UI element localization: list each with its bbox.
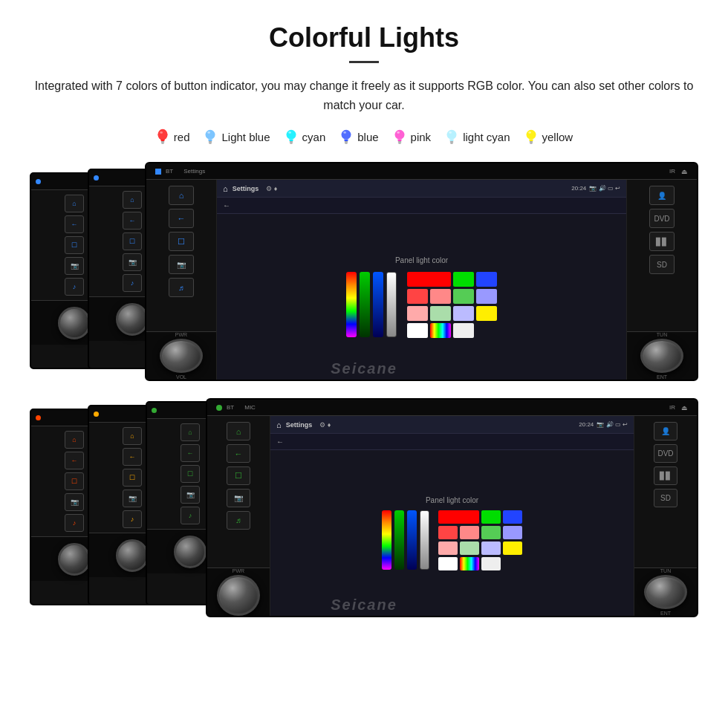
cg-pink-b[interactable] [460,526,479,539]
svg-rect-15 [345,143,348,144]
cg-yellow[interactable] [476,306,497,321]
left-panel-top: ⌂ ← ☐ 📷 ♬ PWR VOL [146,180,217,380]
cg-lightblue-b[interactable] [503,526,522,539]
screen-icons-right-b: 📷 🔊 ▭ ↩ [597,421,628,428]
blue-slider-b[interactable] [407,510,417,570]
behind-btn-camera-3: 📷 [65,493,84,511]
right-btn-person[interactable]: 👤 [649,186,675,205]
eject-icon-b: ⏏ [681,404,688,412]
pwr-label: PWR [175,332,187,337]
right-btn-dvd-b[interactable]: DVD [654,444,677,463]
cg-white-b[interactable] [438,557,458,570]
cg-nearwhite-b[interactable] [481,557,501,570]
color-picker-row-b [382,510,522,570]
right-btn-dvd[interactable]: DVD [649,209,675,228]
cg-palerose-b[interactable] [438,542,458,555]
left-btn-camera[interactable]: 📷 [169,255,194,274]
home-icon-screen: ⌂ [223,184,228,193]
cg-palegreen-b[interactable] [460,542,479,555]
bulb-red-icon [155,128,170,146]
left-btn-camera-b[interactable]: 📷 [227,489,250,507]
cg-nearwhite[interactable] [453,323,474,338]
left-knob[interactable] [160,339,203,373]
right-panel-bottom: 👤 DVD ▊▊ SD TUN ENT [634,416,697,616]
right-btn-sd-b[interactable]: SD [654,489,677,507]
cg-green-b[interactable] [481,510,501,524]
bulb-pink-icon [392,128,407,146]
left-btn-home-b[interactable]: ⌂ [227,422,250,440]
cg-blue[interactable] [476,272,497,287]
cg-periwinkle[interactable] [453,306,474,321]
green-slider[interactable] [360,272,370,337]
bt-label: BT [166,168,173,175]
cg-green[interactable] [453,272,474,287]
right-btn-sd[interactable]: SD [649,255,675,274]
behind-btn-camera-1: 📷 [65,257,84,275]
left-btn-media-b[interactable]: ♬ [227,511,250,530]
screen-time: 20:24 [571,185,586,192]
cg-red-wide-b[interactable] [438,510,479,524]
left-btn-square-b[interactable]: ☐ [227,466,250,485]
cg-lightred-b[interactable] [438,526,458,539]
right-btn-eq-b[interactable]: ▊▊ [654,466,677,485]
blue-slider[interactable] [373,272,383,337]
color-item-blue: blue [339,128,378,146]
page-wrapper: Colorful Lights Integrated with 7 colors… [0,0,728,636]
behind-btn-android-5: ☐ [181,465,200,483]
white-slider-b[interactable] [420,510,429,570]
cg-medgreen[interactable] [453,289,474,304]
cg-pink[interactable] [430,289,451,304]
left-btn-back-b[interactable]: ← [227,444,250,463]
right-knob[interactable] [640,339,683,373]
hue-slider-b[interactable] [382,510,391,570]
ent-label: ENT [657,374,667,380]
mic-label: Settings [183,168,205,175]
center-screen-bottom: ⌂ Settings ⚙ ♦ 20:24 📷 🔊 ▭ ↩ ← Panel lig… [270,416,634,616]
cg-blue-b[interactable] [503,510,522,524]
white-slider[interactable] [386,272,397,337]
left-knob-b[interactable] [217,575,260,616]
svg-rect-27 [530,143,533,144]
bottom-unit-top-strip: BT MIC IR ⏏ [207,400,697,416]
page-description: Integrated with 7 colors of button indic… [30,77,698,114]
left-panel-bottom: ⌂ ← ☐ 📷 ♬ PWR [207,416,270,616]
cg-periwinkle-b[interactable] [481,542,501,555]
color-item-lightblue: Light blue [203,128,270,146]
left-btn-back[interactable]: ← [169,209,194,228]
hue-slider[interactable] [346,272,357,337]
behind-btn-media-4: ♪ [123,510,142,528]
cg-lightblue[interactable] [476,289,497,304]
right-panel-top: 👤 DVD ▊▊ SD TUN ENT [626,180,697,380]
cg-rainbow[interactable] [430,323,451,338]
left-btn-media[interactable]: ♬ [169,278,194,297]
cg-rainbow-b[interactable] [460,557,479,570]
back-arrow-b[interactable]: ← [276,438,284,446]
behind-btn-media-3: ♪ [65,514,84,532]
cg-palerose[interactable] [407,306,428,321]
behind-btn-back-2: ← [123,212,142,230]
right-btn-person-b[interactable]: 👤 [654,422,677,440]
back-arrow[interactable]: ← [223,201,230,209]
home-icon-screen-b: ⌂ [276,420,282,429]
cg-white[interactable] [407,323,428,338]
green-slider-b[interactable] [394,510,404,570]
left-btn-square[interactable]: ☐ [169,232,194,251]
main-unit-top: BT Settings IR ⏏ ⌂ ← ☐ 📷 ♬ [145,162,698,381]
behind-btn-back-1: ← [65,215,84,233]
cg-red-wide[interactable] [407,272,451,287]
right-knob-b[interactable] [644,575,687,609]
behind-btn-back-3: ← [65,452,84,469]
cg-lightred[interactable] [407,289,428,304]
behind-btn-media-5: ♪ [181,507,200,524]
svg-point-13 [342,130,351,140]
behind-btn-media-1: ♪ [65,278,84,296]
ir-label: IR [669,168,675,175]
cg-palegreen[interactable] [430,306,451,321]
behind-btn-camera-5: 📷 [181,486,200,504]
cg-medgreen-b[interactable] [481,526,501,539]
eject-icon: ⏏ [681,168,688,175]
svg-rect-19 [398,143,401,144]
cg-yellow-b[interactable] [503,542,522,555]
right-btn-eq[interactable]: ▊▊ [649,232,675,251]
left-btn-home[interactable]: ⌂ [169,186,194,205]
